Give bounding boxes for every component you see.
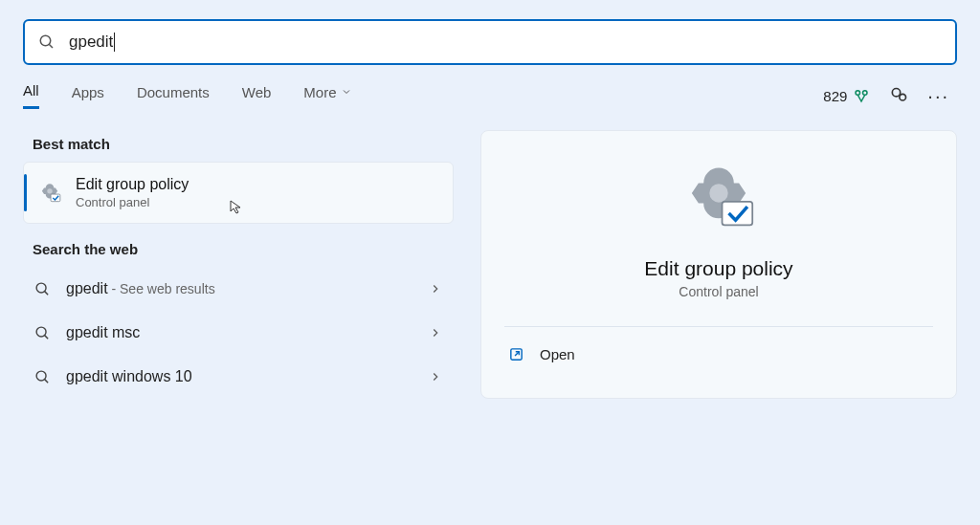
search-query: gpedit — [69, 33, 113, 52]
filter-all[interactable]: All — [23, 82, 39, 109]
search-box[interactable]: gpedit — [23, 19, 957, 65]
web-result-label: gpedit windows 10 — [66, 368, 413, 385]
svg-rect-15 — [723, 202, 753, 226]
chat-icon[interactable] — [889, 86, 908, 105]
svg-point-3 — [863, 91, 868, 96]
filter-more[interactable]: More — [303, 84, 351, 108]
web-result-label: gpedit msc — [66, 324, 413, 341]
search-icon — [34, 325, 51, 341]
open-action[interactable]: Open — [504, 335, 933, 374]
svg-point-5 — [900, 94, 906, 100]
rewards-icon — [853, 87, 870, 104]
web-result-1[interactable]: gpedit msc — [23, 311, 454, 355]
svg-point-10 — [36, 327, 46, 337]
search-web-header: Search the web — [33, 241, 454, 257]
svg-point-12 — [36, 371, 46, 381]
preview-panel: Edit group policy Control panel Open — [480, 130, 957, 399]
svg-point-0 — [40, 35, 51, 46]
content: Best match Edit group policy Control pan… — [23, 130, 957, 399]
preview-title: Edit group policy — [504, 257, 933, 280]
preview-subtitle: Control panel — [504, 284, 933, 299]
filter-documents[interactable]: Documents — [137, 84, 210, 108]
best-match-title: Edit group policy — [76, 176, 189, 193]
best-match-result[interactable]: Edit group policy Control panel — [23, 162, 454, 224]
svg-line-11 — [45, 335, 49, 339]
svg-rect-7 — [51, 194, 60, 202]
more-options-button[interactable]: ··· — [927, 86, 949, 105]
chevron-right-icon — [429, 370, 442, 383]
web-result-0[interactable]: gpedit - See web results — [23, 267, 454, 311]
filter-web[interactable]: Web — [242, 84, 272, 108]
group-policy-icon — [677, 158, 761, 242]
search-icon — [34, 281, 51, 297]
web-result-2[interactable]: gpedit windows 10 — [23, 355, 454, 399]
header-actions: 829 ··· — [823, 86, 949, 105]
divider — [504, 326, 933, 327]
svg-line-9 — [45, 291, 49, 295]
search-icon — [34, 369, 51, 385]
chevron-right-icon — [429, 282, 442, 295]
filter-apps[interactable]: Apps — [72, 84, 104, 108]
best-match-text: Edit group policy Control panel — [76, 176, 189, 209]
chevron-right-icon — [429, 326, 442, 339]
svg-line-1 — [49, 44, 53, 48]
svg-point-4 — [893, 89, 901, 97]
rewards-count: 829 — [823, 88, 847, 104]
svg-point-14 — [709, 184, 727, 202]
chevron-down-icon — [341, 86, 352, 98]
svg-point-2 — [856, 91, 860, 96]
svg-line-13 — [45, 379, 49, 383]
rewards-button[interactable]: 829 — [823, 87, 870, 104]
best-match-subtitle: Control panel — [76, 195, 189, 209]
open-icon — [508, 346, 524, 362]
svg-point-8 — [36, 283, 46, 293]
filter-bar: All Apps Documents Web More 829 ··· — [23, 82, 957, 109]
cursor-icon — [229, 199, 244, 214]
svg-point-6 — [47, 188, 52, 193]
text-caret — [114, 33, 115, 52]
web-result-label: gpedit - See web results — [66, 280, 413, 297]
open-label: Open — [540, 346, 575, 362]
results-column: Best match Edit group policy Control pan… — [23, 130, 454, 399]
best-match-header: Best match — [33, 136, 454, 152]
group-policy-icon — [37, 181, 62, 206]
search-icon — [38, 33, 56, 51]
